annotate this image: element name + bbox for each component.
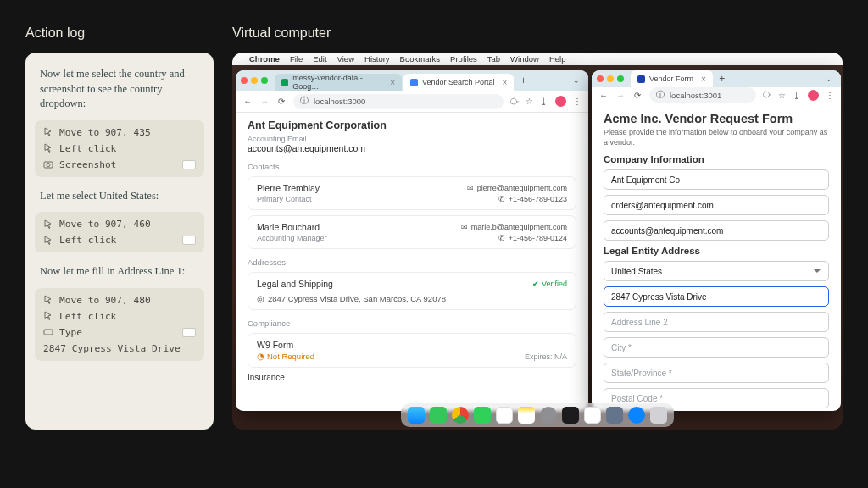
contact-card: Pierre Tremblay✉pierre@antequipment.com … — [248, 176, 576, 210]
company-name-input[interactable]: Ant Equipment Co — [604, 169, 829, 190]
menu-item[interactable]: Help — [549, 54, 566, 64]
menu-item[interactable]: Profiles — [450, 54, 477, 64]
state-input[interactable]: State/Province * — [604, 363, 829, 383]
new-tab-button[interactable]: + — [515, 73, 531, 88]
menu-item[interactable]: View — [337, 54, 354, 64]
company-name: Ant Equipment Corporation — [248, 119, 576, 131]
dock-trash-icon[interactable] — [650, 407, 667, 424]
traffic-lights[interactable] — [597, 75, 624, 82]
accounting-email-label: Accounting Email — [248, 135, 576, 143]
back-icon[interactable]: ← — [242, 97, 253, 107]
new-tab-button[interactable]: + — [715, 71, 730, 86]
verified-badge: ✔Verified — [532, 280, 567, 288]
w9-label: W9 Form — [257, 340, 293, 350]
address-line: ◎2847 Cypress Vista Drive, San Marcos, C… — [257, 294, 567, 303]
download-icon[interactable]: ⭳ — [540, 97, 548, 106]
address-bar: ← → ⟳ ⓘlocalhost:3000 ⧂ ☆ ⭳ ⋮ — [236, 91, 588, 113]
dock-reminders-icon[interactable] — [496, 407, 513, 424]
kebab-icon[interactable]: ⋮ — [573, 97, 581, 106]
portal-content: Ant Equipment Corporation Accounting Ema… — [236, 113, 588, 411]
kebab-icon[interactable]: ⋮ — [826, 91, 834, 100]
profile-avatar[interactable] — [555, 96, 566, 107]
dock-settings-icon[interactable] — [540, 407, 557, 424]
contact-phone: ✆+1-456-789-0123 — [498, 195, 567, 203]
dock-finder-icon[interactable] — [408, 407, 425, 424]
menu-item[interactable]: Chrome — [249, 54, 280, 64]
tab-sheets[interactable]: messy-vendor-data - Goog…× — [275, 74, 402, 91]
dock-facetime-icon[interactable] — [474, 407, 491, 424]
dock-appstore-icon[interactable] — [628, 407, 645, 424]
orders-email-input[interactable]: orders@antequipment.com — [604, 195, 829, 215]
mac-menubar[interactable]: Chrome File Edit View History Bookmarks … — [232, 53, 843, 65]
back-icon[interactable]: ← — [598, 90, 609, 100]
log-text: Screenshot — [59, 159, 116, 170]
tab-label: Vendor Search Portal — [422, 78, 495, 86]
log-row: Left click — [43, 143, 196, 154]
download-icon[interactable]: ⭳ — [793, 91, 801, 100]
tab-strip: Vendor Form× + ⌄ — [592, 70, 841, 87]
dock-textedit-icon[interactable] — [584, 407, 601, 424]
contact-name: Marie Bouchard — [257, 222, 320, 232]
menu-item[interactable]: Tab — [487, 54, 500, 64]
log-text: Move to 907, 435 — [59, 127, 151, 138]
chevron-down-icon[interactable]: ⌄ — [822, 75, 836, 83]
phone-icon: ✆ — [498, 195, 505, 203]
address-card: Legal and Shipping✔Verified ◎2847 Cypres… — [248, 272, 576, 310]
close-icon[interactable]: × — [701, 75, 706, 84]
reload-icon[interactable]: ⟳ — [276, 97, 287, 107]
log-text: Left click — [59, 143, 116, 154]
mac-dock[interactable] — [401, 403, 674, 427]
expires-label: Expires: N/A — [525, 352, 567, 361]
dock-terminal-icon[interactable] — [562, 407, 579, 424]
log-text: Left click — [59, 311, 116, 322]
dock-messages-icon[interactable] — [430, 407, 447, 424]
company-info-heading: Company Information — [604, 154, 829, 164]
accounts-email-input[interactable]: accounts@antequipment.com — [604, 220, 829, 241]
close-icon[interactable]: × — [390, 78, 395, 87]
log-text: 2847 Cypress Vista Drive — [43, 343, 181, 354]
screenshot-thumb — [182, 328, 196, 337]
log-row: Move to 907, 435 — [43, 127, 196, 138]
dock-notes-icon[interactable] — [518, 407, 535, 424]
virtual-computer-title: Virtual computer — [232, 25, 843, 41]
dock-preview-icon[interactable] — [606, 407, 623, 424]
traffic-lights[interactable] — [241, 77, 268, 84]
bookmark-icon[interactable]: ⧂ — [763, 90, 771, 100]
menu-item[interactable]: File — [290, 54, 303, 64]
close-icon[interactable]: × — [503, 78, 508, 87]
chevron-down-icon[interactable]: ⌄ — [570, 76, 583, 85]
form-content: Acme Inc. Vendor Request Form Please pro… — [592, 103, 841, 411]
screenshot-thumb — [182, 236, 196, 245]
address-line1-input[interactable]: 2847 Cypress Vista Drive — [604, 286, 829, 307]
contact-card: Marie Bouchard✉marie.b@antequipment.com … — [248, 215, 576, 249]
menu-item[interactable]: Window — [510, 54, 539, 64]
country-select[interactable]: United States — [604, 261, 829, 281]
clock-icon: ◔ — [257, 352, 264, 361]
svg-rect-2 — [44, 330, 53, 335]
star-icon[interactable]: ☆ — [526, 97, 533, 106]
log-block: Move to 907, 480 Left click Type 2847 Cy… — [35, 288, 204, 361]
profile-avatar[interactable] — [808, 90, 819, 101]
forward-icon[interactable]: → — [615, 90, 626, 100]
address-line2-input[interactable]: Address Line 2 — [604, 312, 829, 332]
bookmark-icon[interactable]: ⧂ — [510, 97, 519, 107]
menu-item[interactable]: Edit — [313, 54, 326, 64]
click-icon — [43, 236, 53, 246]
favicon-icon — [637, 75, 645, 83]
city-input[interactable]: City * — [604, 337, 829, 358]
url-input[interactable]: ⓘlocalhost:3001 — [649, 87, 756, 103]
log-block: Move to 907, 460 Left click — [35, 212, 204, 252]
menu-item[interactable]: Bookmarks — [400, 54, 441, 64]
menu-item[interactable]: History — [364, 54, 390, 64]
url-text: localhost:3001 — [670, 91, 721, 100]
forward-icon[interactable]: → — [259, 97, 270, 107]
contact-email: ✉marie.b@antequipment.com — [461, 223, 567, 231]
tab-portal[interactable]: Vendor Search Portal× — [403, 74, 514, 91]
url-input[interactable]: ⓘlocalhost:3000 — [293, 94, 504, 109]
log-text: Move to 907, 460 — [59, 219, 151, 230]
reload-icon[interactable]: ⟳ — [632, 90, 643, 100]
star-icon[interactable]: ☆ — [778, 91, 786, 100]
dock-chrome-icon[interactable] — [452, 407, 469, 424]
cursor-icon — [43, 219, 53, 230]
tab-vendor-form[interactable]: Vendor Form× — [631, 70, 713, 87]
